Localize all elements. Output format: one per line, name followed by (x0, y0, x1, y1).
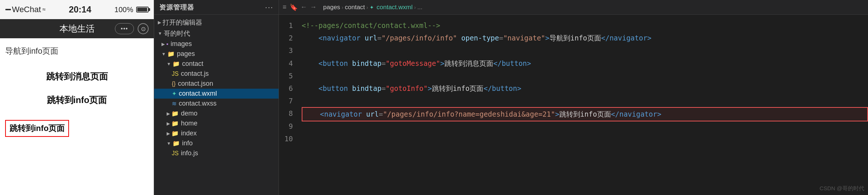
breadcrumb-sep2: › (366, 4, 368, 10)
phone-time: 20:14 (69, 4, 91, 15)
tree-contact-wxss[interactable]: ≋ contact.wxss (154, 99, 279, 109)
arrow-icon: ▶ (158, 20, 161, 25)
breadcrumb-contact: contact (345, 4, 365, 11)
line-numbers: 1 2 3 4 5 6 7 8 9 10 (279, 15, 298, 195)
tree-index[interactable]: ▶ 📁 index (154, 128, 279, 138)
tree-info-js[interactable]: JS info.js (154, 148, 279, 158)
list-icon[interactable]: ≡ (283, 3, 287, 11)
forward-icon[interactable]: → (310, 3, 317, 11)
tree-demo[interactable]: ▶ 📁 demo (154, 109, 279, 118)
code-line-5 (302, 70, 868, 82)
code-line-4: <button bindtap="gotoMessage">跳转到消息页面</b… (302, 57, 868, 70)
code-line-8: <navigator url="/pages/info/info?name=ge… (302, 107, 868, 121)
attr-bindtap1: bindtap (352, 57, 381, 70)
editor-content: 1 2 3 4 5 6 7 8 9 10 <!--pages/contact/c… (279, 15, 868, 195)
info-label: info (182, 139, 193, 147)
attr-url: url (365, 32, 377, 44)
status-right: 100% (115, 6, 149, 14)
info-js-label: info.js (181, 149, 198, 157)
nav-info-label: 导航到info页面 (5, 46, 149, 57)
tree-contact-js[interactable]: JS contact.js (154, 69, 279, 79)
phone-content: 导航到info页面 跳转到消息页面 跳转到info页面 跳转到info页面 (0, 38, 154, 195)
js-icon: JS (172, 150, 179, 157)
contact-wxml-label: contact.wxml (179, 90, 217, 98)
wechat-label: WeChat (12, 5, 41, 14)
breadcrumb-pages: pages (323, 4, 340, 11)
explorer-header: 资源管理器 ··· (154, 0, 279, 15)
file-tree: ▶ 打开的编辑器 ▼ 哥的时代 ▶ ▪ images ▼ 📁 pages ▼ 📁… (154, 15, 279, 195)
code-line-2: <navigator url="/pages/info/info" open-t… (302, 32, 868, 44)
signal-dots: ••••• (5, 7, 11, 13)
tree-contact-json[interactable]: {} contact.json (154, 79, 279, 89)
folder-demo-icon: 📁 (171, 110, 179, 117)
code-line-1: <!--pages/contact/contact.wxml--> (302, 19, 868, 32)
code-line-10 (302, 134, 868, 146)
tree-info[interactable]: ▼ 📁 info (154, 138, 279, 148)
arrow-icon: ▼ (167, 141, 171, 146)
contact-wxss-label: contact.wxss (179, 100, 217, 107)
tree-images[interactable]: ▶ ▪ images (154, 39, 279, 49)
contact-json-label: contact.json (178, 80, 213, 88)
home-label: home (181, 120, 197, 127)
arrow-icon: ▶ (167, 121, 170, 126)
tree-home[interactable]: ▶ 📁 home (154, 118, 279, 128)
phone-nav-title: 本地生活 (59, 23, 95, 35)
folder-index-icon: 📁 (171, 130, 179, 137)
root-label: 哥的时代 (164, 29, 190, 38)
pages-label: pages (177, 50, 195, 58)
breadcrumb: pages › contact › ✦ contact.wxml › ... (323, 4, 423, 11)
folder-contact-icon: 📁 (172, 60, 180, 67)
editor-toolbar: ≡ 🔖 ← → (283, 3, 317, 11)
arrow-icon: ▶ (167, 111, 170, 116)
btn-info-bottom[interactable]: 跳转到info页面 (5, 120, 69, 137)
json-icon: {} (172, 81, 176, 87)
battery-icon (136, 7, 149, 13)
phone-simulator: ••••• WeChat ≈ 20:14 100% 本地生活 ••• ⊙ 导航到… (0, 0, 154, 195)
breadcrumb-sep1: › (342, 4, 344, 10)
tag-navigator2: <navigator (320, 108, 362, 120)
battery-pct: 100% (115, 6, 133, 14)
images-label: images (171, 40, 192, 48)
code-editor: ≡ 🔖 ← → pages › contact › ✦ contact.wxml… (279, 0, 868, 195)
breadcrumb-filename: contact.wxml (377, 4, 413, 11)
tree-root[interactable]: ▼ 哥的时代 (154, 28, 279, 39)
breadcrumb-wxml-icon: ✦ (370, 4, 374, 10)
tree-contact[interactable]: ▼ 📁 contact (154, 59, 279, 69)
arrow-icon: ▼ (158, 31, 162, 36)
folder-home-icon: 📁 (171, 120, 179, 127)
phone-status-bar: ••••• WeChat ≈ 20:14 100% (0, 0, 154, 19)
bookmark-icon[interactable]: 🔖 (290, 3, 298, 11)
editor-tabs-bar: ≡ 🔖 ← → pages › contact › ✦ contact.wxml… (279, 0, 868, 15)
attr-bindtap2: bindtap (352, 82, 381, 95)
folder-images-icon: ▪ (166, 41, 168, 47)
tree-contact-wxml[interactable]: ✦ contact.wxml (154, 89, 279, 99)
btn-message[interactable]: 跳转到消息页面 (33, 68, 121, 85)
open-editors-label: 打开的编辑器 (163, 18, 202, 27)
demo-label: demo (181, 110, 197, 117)
val-url2: "/pages/info/info?name=gedeshidai&age=21… (383, 108, 555, 120)
wxml-icon: ✦ (172, 90, 177, 97)
back-icon[interactable]: ← (301, 3, 307, 11)
val-navigate: "navigate" (503, 32, 545, 44)
btn-info-top[interactable]: 跳转到info页面 (33, 91, 121, 109)
contact-label: contact (182, 60, 203, 68)
btn-text-2: 跳转到info页面 (432, 82, 484, 95)
tree-open-editors[interactable]: ▶ 打开的编辑器 (154, 17, 279, 28)
explorer-menu-icon[interactable]: ··· (265, 3, 273, 11)
attr-open-type: open-type (461, 32, 499, 44)
status-left: ••••• WeChat ≈ (5, 5, 46, 14)
tag-button2: <button (319, 82, 348, 95)
folder-pages-icon: 📁 (167, 50, 175, 57)
tree-pages[interactable]: ▼ 📁 pages (154, 49, 279, 59)
breadcrumb-more: ... (417, 4, 422, 11)
nav-dots-button[interactable]: ••• (115, 23, 134, 34)
val-url: "/pages/info/info" (381, 32, 457, 44)
folder-info-icon: 📁 (172, 140, 180, 147)
file-explorer: 资源管理器 ··· ▶ 打开的编辑器 ▼ 哥的时代 ▶ ▪ images ▼ 📁… (154, 0, 279, 195)
wxss-icon: ≋ (172, 100, 177, 107)
code-line-7 (302, 95, 868, 107)
explorer-title: 资源管理器 (159, 3, 194, 12)
phone-nav-bar: 本地生活 ••• ⊙ (0, 19, 154, 38)
nav-target-icon[interactable]: ⊙ (138, 23, 149, 34)
breadcrumb-sep3: › (414, 4, 416, 10)
